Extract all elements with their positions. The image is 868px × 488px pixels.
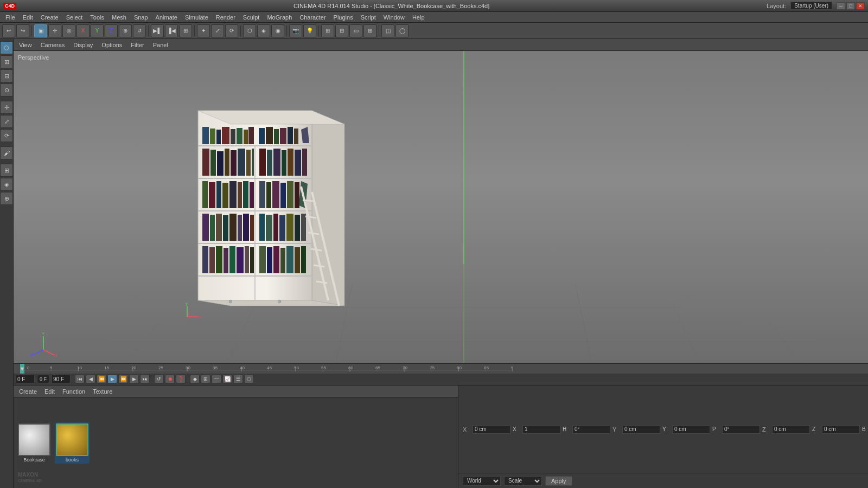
- graph-btn[interactable]: 📈: [222, 375, 232, 383]
- goto-end-btn[interactable]: ⏭: [140, 375, 150, 383]
- texture-view-btn[interactable]: ⊞: [0, 164, 13, 177]
- menu-file[interactable]: File: [2, 14, 18, 21]
- h-rot-input[interactable]: [572, 425, 610, 434]
- coord-system-dropdown[interactable]: World Local Parent: [463, 476, 501, 486]
- play-btn[interactable]: ▶: [107, 375, 117, 383]
- next-frame-btn[interactable]: ▶: [129, 375, 139, 383]
- y-scale-input[interactable]: [672, 425, 710, 434]
- point-tool-btn[interactable]: ⊙: [0, 84, 13, 97]
- prev-frame-btn[interactable]: ◀: [86, 375, 95, 383]
- material-swatch-bookcase[interactable]: Bookcase: [18, 423, 50, 463]
- stereo-btn[interactable]: ◫: [381, 24, 394, 37]
- maximize-button[interactable]: □: [846, 2, 855, 10]
- vp-view-menu[interactable]: View: [17, 41, 34, 49]
- render-btn[interactable]: ◈: [257, 24, 270, 37]
- menu-snap[interactable]: Snap: [131, 14, 151, 21]
- menu-help[interactable]: Help: [409, 14, 428, 21]
- menu-select[interactable]: Select: [63, 14, 86, 21]
- redo-button[interactable]: ↪: [16, 24, 29, 37]
- current-frame-input[interactable]: [16, 375, 35, 383]
- menu-character[interactable]: Character: [296, 14, 329, 21]
- x-pos-input[interactable]: [473, 425, 510, 434]
- timeline-view-btn[interactable]: ⊞: [201, 375, 210, 383]
- mat-edit-menu[interactable]: Edit: [42, 388, 57, 395]
- move-tool-button[interactable]: ✦: [197, 24, 210, 37]
- vp-cameras-menu[interactable]: Cameras: [39, 41, 67, 49]
- start-marker[interactable]: ▼: [20, 364, 24, 374]
- autokey-btn[interactable]: ❓: [176, 375, 186, 383]
- viewport[interactable]: View Cameras Display Options Filter Pane…: [14, 39, 868, 363]
- scene-view-btn[interactable]: ⊕: [0, 192, 13, 205]
- menu-sculpt[interactable]: Sculpt: [240, 14, 263, 21]
- mat-texture-menu[interactable]: Texture: [91, 388, 114, 395]
- y-pos-input[interactable]: [622, 425, 660, 434]
- keyframe-btn3[interactable]: ⊞: [179, 24, 192, 37]
- material-swatch-books[interactable]: books: [55, 422, 90, 464]
- menu-create[interactable]: Create: [37, 14, 62, 21]
- vp-panel-menu[interactable]: Panel: [151, 41, 170, 49]
- snap-btn[interactable]: ⊞: [321, 24, 334, 37]
- y-axis-button[interactable]: Y: [91, 24, 104, 37]
- polygon-tool-btn[interactable]: ⊞: [0, 55, 13, 68]
- motion-btn[interactable]: 〰: [212, 375, 221, 383]
- render-preview-btn[interactable]: ⬡: [243, 24, 256, 37]
- menu-mograph[interactable]: MoGraph: [264, 14, 295, 21]
- keyframe-btn[interactable]: ▶▌: [151, 24, 164, 37]
- paint-btn[interactable]: 🖌: [0, 146, 13, 159]
- move-btn[interactable]: ✛: [0, 101, 13, 114]
- rotate-btn-side[interactable]: ⟳: [0, 129, 13, 142]
- vp-filter-menu[interactable]: Filter: [129, 41, 146, 49]
- close-button[interactable]: ✕: [856, 2, 865, 10]
- prev-key-btn[interactable]: ⏪: [97, 375, 106, 383]
- render-settings-btn[interactable]: ◉: [271, 24, 284, 37]
- texture-mode-button[interactable]: ◎: [62, 24, 75, 37]
- menu-mesh[interactable]: Mesh: [108, 14, 130, 21]
- loop-btn[interactable]: ↺: [154, 375, 164, 383]
- morph-btn[interactable]: ⬡: [244, 375, 254, 383]
- menu-plugins[interactable]: Plugins: [330, 14, 356, 21]
- x-scale-input[interactable]: [522, 425, 560, 434]
- material-view-btn[interactable]: ◈: [0, 178, 13, 191]
- apply-button[interactable]: Apply: [545, 476, 572, 486]
- camera-btn[interactable]: 📷: [289, 24, 302, 37]
- goto-start-btn[interactable]: ⏮: [75, 375, 85, 383]
- menu-render[interactable]: Render: [213, 14, 239, 21]
- x-axis-button[interactable]: X: [76, 24, 90, 37]
- transform-type-dropdown[interactable]: Scale Move Rotate: [504, 476, 542, 486]
- menu-simulate[interactable]: Simulate: [182, 14, 212, 21]
- grid-btn[interactable]: ⊞: [363, 24, 376, 37]
- minimize-button[interactable]: ─: [837, 2, 845, 10]
- menu-window[interactable]: Window: [380, 14, 408, 21]
- layer-btn[interactable]: ☰: [233, 375, 243, 383]
- vp-display-menu[interactable]: Display: [71, 41, 95, 49]
- scale-btn[interactable]: ⤢: [0, 115, 13, 128]
- hud-btn[interactable]: ◯: [395, 24, 409, 37]
- floor-btn[interactable]: ▭: [349, 24, 362, 37]
- record-btn[interactable]: ⏺: [165, 375, 175, 383]
- menu-tools[interactable]: Tools: [87, 14, 107, 21]
- end-frame-input[interactable]: [52, 375, 71, 383]
- scale-tool-button[interactable]: ⤢: [211, 24, 224, 37]
- menu-script[interactable]: Script: [358, 14, 379, 21]
- object-tool-btn[interactable]: ⬡: [0, 41, 13, 54]
- keyframe-btn2[interactable]: ▐◀: [165, 24, 178, 37]
- snap2-btn[interactable]: ⊟: [335, 24, 348, 37]
- object-mode-button[interactable]: ✛: [48, 24, 61, 37]
- mat-function-menu[interactable]: Function: [60, 388, 87, 395]
- all-axes-button[interactable]: ⊕: [119, 24, 132, 37]
- mat-create-menu[interactable]: Create: [17, 388, 39, 395]
- vp-options-menu[interactable]: Options: [99, 41, 124, 49]
- light-btn[interactable]: 💡: [303, 24, 316, 37]
- model-mode-button[interactable]: ▣: [34, 24, 47, 37]
- menu-animate[interactable]: Animate: [152, 14, 181, 21]
- menu-edit[interactable]: Edit: [20, 14, 36, 21]
- p-rot-input[interactable]: [722, 425, 760, 434]
- edge-tool-btn[interactable]: ⊟: [0, 69, 13, 82]
- undo-button[interactable]: ↩: [2, 24, 15, 37]
- keyframe-add-btn[interactable]: ◆: [190, 375, 200, 383]
- z-pos-input[interactable]: [772, 425, 810, 434]
- z-axis-button[interactable]: Z: [105, 24, 118, 37]
- rotate-tool-button[interactable]: ⟳: [225, 24, 238, 37]
- layout-value[interactable]: Startup (User): [790, 2, 832, 10]
- next-key-btn[interactable]: ⏩: [118, 375, 128, 383]
